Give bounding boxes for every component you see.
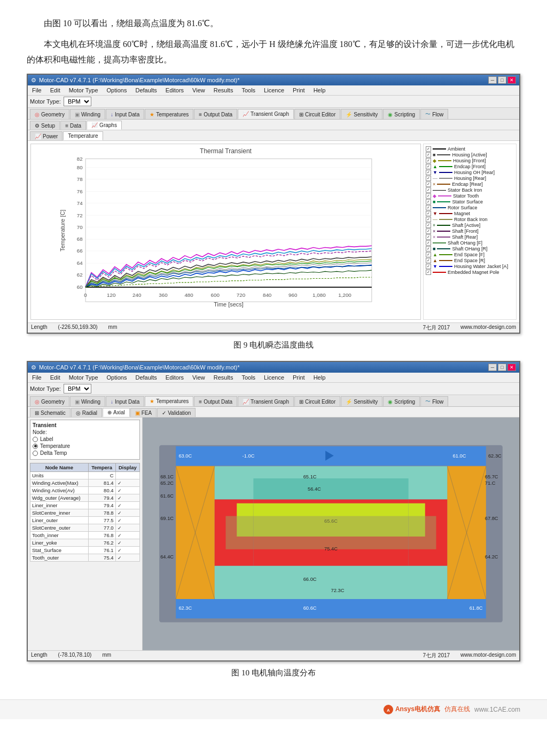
window2-icon: ⚙ <box>31 364 36 371</box>
menu-file[interactable]: File <box>30 86 44 94</box>
motor-type-select2[interactable]: BPM <box>64 384 91 393</box>
minimize-button[interactable]: ─ <box>488 76 497 84</box>
table-header-temp: Tempera <box>88 463 115 472</box>
legend-housing-oh-rear: ✓ ▼ Housing OH [Rear] <box>426 170 514 175</box>
tab-scripting1[interactable]: ◉ Scripting <box>383 109 420 119</box>
tab2-temperatures[interactable]: ★ Temperatures <box>145 396 193 406</box>
figure1-caption: 图 9 电机瞬态温度曲线 <box>27 340 520 350</box>
tab-inputdata1[interactable]: ↓ Input Data <box>106 109 144 119</box>
subtab2-validation[interactable]: ✓ Validation <box>157 408 196 417</box>
tab2-geometry[interactable]: ◎ Geometry <box>30 396 69 406</box>
tab2-scripting[interactable]: ◉ Scripting <box>383 396 420 406</box>
tab-winding1[interactable]: ▣ Winding <box>70 109 105 119</box>
tab2-inputdata[interactable]: ↓ Input Data <box>106 396 144 406</box>
menu-results[interactable]: Results <box>212 86 236 94</box>
maximize-button2[interactable]: □ <box>498 364 506 371</box>
graphtab-temperature[interactable]: Temperature <box>63 131 103 140</box>
tab-flow1[interactable]: 〜 Flow <box>420 109 448 119</box>
table-row-slotcentre-outer: SlotCentre_outer 77.0 ✓ <box>30 524 140 532</box>
menu2-results[interactable]: Results <box>212 374 236 381</box>
table-row-stat-surface: Stat_Surface 76.1 ✓ <box>30 547 140 554</box>
menu2-edit[interactable]: Edit <box>48 374 62 381</box>
subtab2-radial[interactable]: ◎ Radial <box>71 408 102 417</box>
maximize-button[interactable]: □ <box>498 76 506 84</box>
watermark-url: www.1CAE.com <box>474 706 520 713</box>
tab2-outputdata[interactable]: ≡ Output Data <box>194 396 237 406</box>
subtab-setup1[interactable]: ⚙ Setup <box>30 121 60 130</box>
status-length-label1: Length <box>31 324 48 332</box>
menu-tools[interactable]: Tools <box>239 86 257 94</box>
menu2-motortype[interactable]: Motor Type <box>67 374 100 381</box>
radio-label[interactable]: Label <box>33 436 137 442</box>
svg-text:65.1C: 65.1C <box>303 474 317 479</box>
menu2-options[interactable]: Options <box>105 374 129 381</box>
subtab2-schematic[interactable]: ⊞ Schematic <box>30 408 71 417</box>
menu-print[interactable]: Print <box>291 86 307 94</box>
svg-text:Temperature [C]: Temperature [C] <box>59 210 66 251</box>
menu2-tools[interactable]: Tools <box>239 374 257 381</box>
subtab-graphs1[interactable]: 📈 Graphs <box>87 121 122 130</box>
tab-transientgraph1[interactable]: 📈 Transient Graph <box>238 109 294 119</box>
tab2-transientgraph[interactable]: 📈 Transient Graph <box>238 396 294 406</box>
window2-menubar: File Edit Motor Type Options Defaults Ed… <box>28 373 519 383</box>
table-row-units: Units C <box>30 472 140 479</box>
menu-editors[interactable]: Editors <box>163 86 186 94</box>
svg-text:78: 78 <box>77 176 83 182</box>
svg-rect-59 <box>176 599 486 618</box>
menu-edit[interactable]: Edit <box>48 86 62 94</box>
radio-dot-temperature[interactable] <box>33 444 38 449</box>
svg-text:74: 74 <box>77 200 83 206</box>
motor-type-select1[interactable]: BPM <box>64 97 91 106</box>
close-button2[interactable]: ✕ <box>507 364 516 371</box>
status-coords1: (-226.50,169.30) <box>58 324 98 332</box>
svg-text:Time [secs]: Time [secs] <box>214 301 243 308</box>
window1-menubar: File Edit Motor Type Options Defaults Ed… <box>28 85 519 96</box>
subtab-data1[interactable]: ≡ Data <box>60 121 86 130</box>
tab2-winding[interactable]: ▣ Winding <box>70 396 105 406</box>
tab-outputdata1[interactable]: ≡ Output Data <box>194 109 237 119</box>
window1-icon: ⚙ <box>31 77 36 84</box>
menu-defaults[interactable]: Defaults <box>133 86 159 94</box>
legend-shaft-ohang-f: ✓ Shaft OHang [F] <box>426 240 514 246</box>
window1-subtabs: ⚙ Setup ≡ Data 📈 Graphs <box>28 120 519 130</box>
tab2-circuiteditor[interactable]: ⊞ Circuit Editor <box>294 396 340 406</box>
close-button[interactable]: ✕ <box>507 76 516 84</box>
svg-text:60: 60 <box>77 285 83 290</box>
temperature-table: Node Name Tempera Display Units C Windin… <box>30 463 140 562</box>
radio-temperature[interactable]: Temperature <box>33 443 137 449</box>
menu-motortype[interactable]: Motor Type <box>67 86 100 94</box>
tab2-flow[interactable]: 〜 Flow <box>420 396 448 406</box>
tab-geometry1[interactable]: ◎ Geometry <box>30 109 69 119</box>
menu2-file[interactable]: File <box>30 374 44 381</box>
menu2-defaults[interactable]: Defaults <box>133 374 159 381</box>
menu-options[interactable]: Options <box>105 86 129 94</box>
svg-text:68: 68 <box>77 237 83 242</box>
tab2-sensitivity[interactable]: ⚡ Sensitivity <box>341 396 382 406</box>
menu-help[interactable]: Help <box>311 86 328 94</box>
intro-line1: 由图 10 可以看出，绕组最高点温度为 81.6℃。 <box>27 16 520 32</box>
legend-rotor-back-iron: ✓ — Rotor Back Iron <box>426 217 514 222</box>
tab-sensitivity1[interactable]: ⚡ Sensitivity <box>341 109 382 119</box>
minimize-button2[interactable]: ─ <box>488 364 497 371</box>
menu2-view[interactable]: View <box>190 374 207 381</box>
menu2-print[interactable]: Print <box>291 374 307 381</box>
menu2-editors[interactable]: Editors <box>163 374 186 381</box>
menu2-licence[interactable]: Licence <box>262 374 286 381</box>
menu-licence[interactable]: Licence <box>262 86 286 94</box>
figure2-caption: 图 10 电机轴向温度分布 <box>27 668 520 678</box>
tab-temperatures1[interactable]: ★ Temperatures <box>145 109 193 119</box>
svg-text:56.4C: 56.4C <box>308 486 321 492</box>
graphtab-power[interactable]: 📈 Power <box>30 131 62 140</box>
radio-deltatemp[interactable]: Delta Temp <box>33 450 137 456</box>
svg-text:1,200: 1,200 <box>338 293 351 298</box>
menu2-help[interactable]: Help <box>311 374 328 381</box>
menu-view[interactable]: View <box>190 86 207 94</box>
window2-controls[interactable]: ─ □ ✕ <box>488 364 516 371</box>
subtab2-fea[interactable]: ▣ FEA <box>130 408 157 417</box>
tab-circuiteditor1[interactable]: ⊞ Circuit Editor <box>294 109 340 119</box>
window1-controls[interactable]: ─ □ ✕ <box>488 76 516 84</box>
radio-dot-label[interactable] <box>33 437 38 442</box>
radio-dot-deltatemp[interactable] <box>33 451 38 456</box>
subtab2-axial[interactable]: ⊕ Axial <box>103 408 130 417</box>
legend-shaft-front: ✓ × Shaft [Front] <box>426 229 514 234</box>
